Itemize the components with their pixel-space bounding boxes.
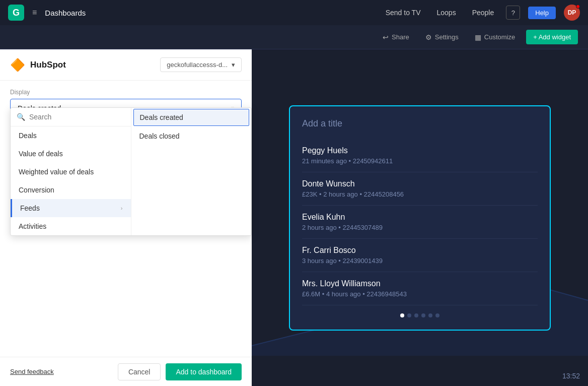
widget-item-name-0: Peggy Huels [302, 146, 538, 155]
pagination-dots [302, 313, 538, 317]
sub-toolbar: ↩ Share ⚙ Settings ▦ Customize + Add wid… [0, 25, 588, 49]
dropdown-right-column: Deals created Deals closed [131, 108, 252, 235]
widget-item-meta-2: 2 hours ago • 22445307489 [302, 224, 538, 231]
hubspot-header: 🔶 HubSpot geckofullaccesss-d... ▾ [0, 49, 252, 81]
widget-item-name-2: Evelia Kuhn [302, 213, 538, 222]
top-navigation: G ≡ Dashboards Send to TV Loops People ?… [0, 0, 588, 25]
menu-item-weighted-value[interactable]: Weighted value of deals [11, 163, 131, 181]
menu-item-value-of-deals[interactable]: Value of deals [11, 145, 131, 163]
add-widget-button[interactable]: + Add widget [526, 30, 578, 44]
customize-icon: ▦ [475, 33, 481, 41]
share-button[interactable]: ↩ Share [378, 30, 414, 44]
widget-title[interactable]: Add a title [302, 118, 538, 129]
help-icon-button[interactable]: ? [506, 6, 520, 20]
menu-item-activities[interactable]: Activities [11, 217, 131, 235]
widget-item-meta-4: £6.6M • 4 hours ago • 22436948543 [302, 290, 538, 298]
settings-icon: ⚙ [425, 33, 432, 41]
pagination-dot-3[interactable] [421, 313, 425, 317]
user-avatar[interactable]: DP [564, 5, 580, 21]
settings-button[interactable]: ⚙ Settings [420, 30, 464, 44]
submenu-item-deals-created[interactable]: Deals created [133, 109, 250, 126]
notification-dot [576, 5, 580, 9]
left-panel: 🔶 HubSpot geckofullaccesss-d... ▾ Displa… [0, 49, 252, 386]
widget-card: Add a title Peggy Huels 21 minutes ago •… [289, 105, 551, 331]
widget-item-meta-3: 3 hours ago • 22439001439 [302, 257, 538, 265]
dropdown-left-column: 🔍 Deals Value of deals Weighted value of… [11, 108, 131, 235]
display-label: Display [10, 89, 242, 96]
pagination-dot-5[interactable] [435, 313, 439, 317]
hubspot-brand: 🔶 HubSpot [10, 58, 66, 72]
menu-item-feeds[interactable]: Feeds › [11, 199, 131, 217]
submenu-chevron-icon: › [121, 205, 123, 211]
account-dropdown[interactable]: geckofullaccesss-d... ▾ [160, 57, 242, 72]
app-logo: G [8, 5, 24, 21]
dropdown-menu: 🔍 Deals Value of deals Weighted value of… [10, 107, 252, 236]
customize-button[interactable]: ▦ Customize [470, 30, 520, 44]
hubspot-name: HubSpot [30, 60, 66, 70]
search-input[interactable] [29, 113, 125, 121]
cancel-button[interactable]: Cancel [118, 363, 161, 380]
dropdown-chevron-icon: ▾ [232, 61, 235, 69]
send-feedback-link[interactable]: Send feedback [10, 368, 54, 375]
hamburger-menu[interactable]: ≡ [32, 8, 37, 17]
dropdown-search: 🔍 [11, 108, 131, 126]
widget-item-meta-0: 21 minutes ago • 22450942611 [302, 157, 538, 165]
widget-item-name-3: Fr. Carri Bosco [302, 246, 538, 255]
pagination-dot-0[interactable] [400, 313, 404, 317]
share-icon: ↩ [383, 33, 389, 41]
widget-item-2: Evelia Kuhn 2 hours ago • 22445307489 [302, 206, 538, 239]
search-icon: 🔍 [17, 113, 25, 121]
clock-display: 13:52 [562, 372, 580, 380]
widget-item-name-1: Donte Wunsch [302, 179, 538, 188]
main-layout: 🔶 HubSpot geckofullaccesss-d... ▾ Displa… [0, 49, 588, 386]
widget-item-meta-1: £23K • 2 hours ago • 22445208456 [302, 190, 538, 198]
nav-people[interactable]: People [468, 9, 498, 17]
menu-item-deals[interactable]: Deals [11, 126, 131, 145]
pagination-dot-2[interactable] [414, 313, 418, 317]
widget-item-3: Fr. Carri Bosco 3 hours ago • 2243900143… [302, 239, 538, 272]
widget-item-name-4: Mrs. Lloyd Williamson [302, 279, 538, 288]
widget-item-1: Donte Wunsch £23K • 2 hours ago • 224452… [302, 172, 538, 206]
pagination-dot-4[interactable] [428, 313, 432, 317]
menu-item-conversion[interactable]: Conversion [11, 181, 131, 199]
bottom-actions: Cancel Add to dashboard [118, 363, 242, 380]
bottom-bar: Send feedback Cancel Add to dashboard [0, 357, 252, 386]
nav-title: Dashboards [45, 9, 86, 17]
submenu-item-deals-closed[interactable]: Deals closed [131, 127, 252, 145]
nav-loops[interactable]: Loops [433, 9, 460, 17]
right-content: Add a title Peggy Huels 21 minutes ago •… [252, 49, 588, 386]
widget-item-4: Mrs. Lloyd Williamson £6.6M • 4 hours ag… [302, 272, 538, 305]
pagination-dot-1[interactable] [407, 313, 411, 317]
add-to-dashboard-button[interactable]: Add to dashboard [166, 363, 242, 380]
widget-item-0: Peggy Huels 21 minutes ago • 22450942611 [302, 139, 538, 172]
nav-send-to-tv[interactable]: Send to TV [382, 9, 425, 17]
help-button[interactable]: Help [528, 7, 556, 19]
hubspot-icon: 🔶 [10, 58, 25, 72]
